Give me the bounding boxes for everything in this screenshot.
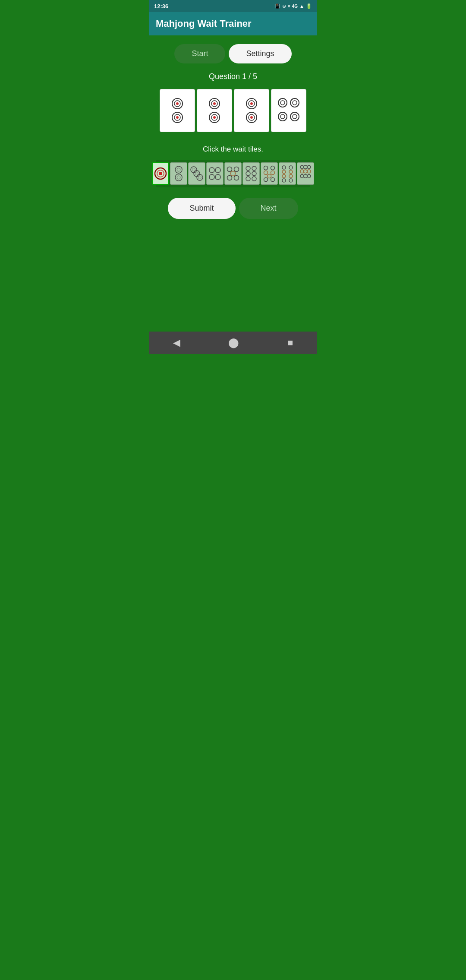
choice-1-svg — [153, 164, 168, 183]
svg-point-68 — [289, 179, 293, 182]
choice-9-svg — [298, 164, 313, 183]
choice-8-svg — [280, 164, 295, 183]
hand-tiles — [160, 89, 306, 132]
vibrate-icon: 📳 — [274, 3, 280, 9]
svg-point-32 — [177, 176, 180, 179]
svg-point-53 — [252, 177, 256, 181]
svg-point-45 — [231, 171, 236, 176]
dnd-icon: ⊖ — [282, 3, 286, 9]
svg-point-24 — [290, 112, 299, 121]
svg-point-65 — [282, 174, 286, 178]
svg-point-71 — [307, 165, 311, 169]
hand-tile-1[interactable] — [160, 89, 195, 132]
svg-point-42 — [215, 174, 220, 180]
signal-4g-icon: 4G — [292, 4, 298, 9]
svg-point-33 — [191, 167, 197, 173]
hand-tile-3[interactable] — [234, 89, 269, 132]
svg-point-73 — [304, 170, 307, 173]
choice-tile-1[interactable] — [152, 162, 169, 185]
tab-start[interactable]: Start — [174, 44, 225, 63]
svg-point-56 — [264, 171, 268, 175]
svg-point-19 — [280, 101, 285, 105]
app-title: Mahjong Wait Trainer — [156, 18, 252, 29]
svg-point-77 — [307, 174, 311, 178]
svg-point-61 — [282, 166, 286, 169]
svg-point-76 — [304, 174, 307, 178]
svg-point-18 — [278, 98, 287, 107]
svg-point-49 — [252, 166, 256, 171]
svg-point-55 — [271, 166, 275, 170]
hand-tile-2[interactable] — [197, 89, 232, 132]
tab-settings[interactable]: Settings — [229, 44, 291, 63]
choice-tile-7[interactable] — [261, 162, 278, 185]
choice-6-svg — [244, 164, 258, 183]
choice-3-svg — [189, 164, 204, 183]
svg-point-59 — [264, 178, 268, 182]
nav-back-button[interactable]: ◀ — [164, 334, 189, 352]
svg-point-2 — [176, 102, 179, 105]
svg-point-44 — [234, 167, 239, 172]
svg-point-31 — [175, 174, 182, 181]
svg-point-43 — [227, 167, 232, 172]
svg-point-36 — [195, 172, 198, 175]
svg-point-28 — [159, 172, 162, 175]
choice-tile-4[interactable] — [206, 162, 224, 185]
status-time: 12:36 — [154, 3, 168, 9]
svg-point-14 — [250, 102, 253, 105]
svg-point-74 — [307, 170, 311, 173]
svg-point-60 — [271, 178, 275, 182]
wifi-icon: ▾ — [288, 3, 290, 9]
svg-point-23 — [280, 114, 285, 119]
svg-point-70 — [304, 165, 307, 169]
choice-tile-5[interactable] — [224, 162, 242, 185]
svg-point-5 — [176, 116, 179, 119]
signal-bars-icon: ▲ — [299, 3, 304, 9]
svg-point-69 — [300, 165, 304, 169]
svg-point-17 — [250, 116, 253, 119]
svg-point-35 — [194, 171, 200, 177]
battery-icon: 🔋 — [306, 3, 312, 9]
choice-tile-8[interactable] — [279, 162, 296, 185]
tab-row: Start Settings — [156, 44, 310, 63]
status-bar: 12:36 📳 ⊖ ▾ 4G ▲ 🔋 — [149, 0, 317, 12]
hand-tile-4[interactable] — [271, 89, 306, 132]
choice-tile-9[interactable] — [297, 162, 314, 185]
choice-tile-6[interactable] — [242, 162, 260, 185]
svg-point-34 — [192, 168, 195, 171]
bottom-nav: ◀ ⬤ ■ — [149, 332, 317, 354]
question-label: Question 1 / 5 — [209, 72, 257, 81]
svg-point-39 — [209, 168, 214, 173]
next-button[interactable]: Next — [239, 198, 298, 219]
svg-point-67 — [282, 179, 286, 182]
svg-point-20 — [290, 98, 299, 107]
main-content: Start Settings Question 1 / 5 — [149, 35, 317, 332]
tile-2-svg — [199, 92, 230, 130]
svg-point-37 — [197, 174, 203, 180]
choice-tile-2[interactable] — [170, 162, 187, 185]
instruction: Click the wait tiles. — [203, 145, 263, 154]
choice-tile-3[interactable] — [188, 162, 205, 185]
tile-1-svg — [162, 92, 193, 130]
app-bar: Mahjong Wait Trainer — [149, 12, 317, 35]
submit-button[interactable]: Submit — [168, 198, 235, 219]
svg-point-41 — [209, 174, 214, 180]
svg-point-54 — [264, 166, 268, 170]
svg-point-11 — [213, 116, 216, 119]
svg-point-47 — [234, 176, 239, 180]
svg-point-48 — [246, 166, 250, 171]
tile-4-svg — [273, 92, 304, 130]
nav-home-button[interactable]: ⬤ — [220, 334, 248, 352]
choice-2-svg — [171, 164, 186, 183]
svg-point-22 — [278, 112, 287, 121]
svg-point-75 — [300, 174, 304, 178]
svg-point-57 — [271, 171, 275, 175]
choice-4-svg — [208, 164, 222, 183]
svg-point-40 — [215, 168, 220, 173]
nav-square-button[interactable]: ■ — [279, 334, 302, 352]
svg-point-66 — [289, 174, 293, 178]
tile-3-svg — [236, 92, 267, 130]
svg-point-51 — [252, 171, 256, 176]
svg-point-46 — [227, 176, 232, 180]
svg-point-50 — [246, 171, 250, 176]
svg-point-8 — [213, 102, 216, 105]
